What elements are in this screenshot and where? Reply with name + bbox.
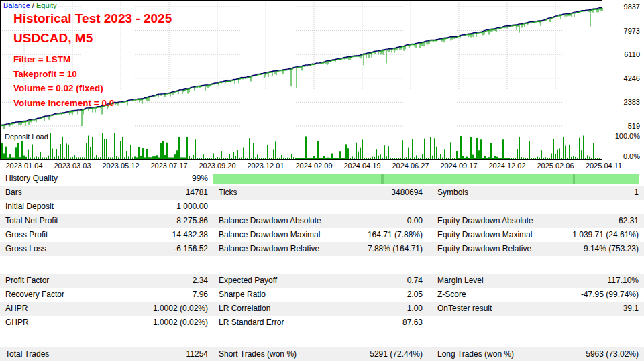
- deposit-load-min-label: 0.0%: [605, 152, 640, 160]
- x-axis-date-label: 2023.12.01: [247, 162, 284, 170]
- stat-value: 7.88% (164.71): [358, 242, 428, 256]
- stat-value: 87.63: [358, 316, 428, 330]
- stat-label: Gross Profit: [5, 228, 107, 242]
- stat-label: [213, 200, 358, 214]
- annotation-volume: Volume = 0.02 (fixed): [13, 81, 172, 96]
- stat-label: Long Trades (won %): [428, 347, 543, 361]
- table-row: Total Trades11254Short Trades (won %)529…: [0, 347, 644, 361]
- stat-label: Margin Level: [428, 274, 543, 288]
- table-spacer-row: [0, 256, 644, 274]
- stat-value: 14 432.38: [107, 228, 213, 242]
- stat-label: Recovery Factor: [5, 288, 107, 302]
- table-row: Gross Loss-6 156.52Balance Drawdown Rela…: [0, 242, 644, 256]
- stat-value: 2.05: [358, 288, 428, 302]
- table-row: Gross Profit14 432.38Balance Drawdown Ma…: [0, 228, 644, 242]
- stat-value: 0.74: [358, 274, 428, 288]
- stat-value: -6 156.52: [107, 242, 213, 256]
- x-axis-date-label: 2024.09.17: [440, 162, 477, 170]
- stat-value: 1: [543, 186, 644, 200]
- x-axis-date-label: 2023.01.04: [5, 162, 42, 170]
- stat-label: LR Standard Error: [213, 316, 358, 330]
- stat-label: Balance Drawdown Absolute: [213, 214, 358, 228]
- annotation-title: Historical Test 2023 - 2025: [13, 9, 172, 28]
- stat-value: [543, 316, 644, 330]
- annotation-filter: Filter = LSTM: [13, 52, 172, 67]
- stat-value: 99%: [107, 172, 213, 186]
- balance-equity-chart[interactable]: Balance / Equity Historical Test 2023 - …: [0, 0, 644, 172]
- x-axis-date-label: 2024.02.09: [295, 162, 332, 170]
- table-row: Recovery Factor7.96Sharpe Ratio2.05Z-Sco…: [0, 288, 644, 302]
- stat-label: Symbols: [428, 186, 543, 200]
- table-row: AHPR1.0002 (0.02%)LR Correlation1.00OnTe…: [0, 302, 644, 316]
- stat-value: 1 000.00: [107, 200, 213, 214]
- x-axis-date-label: 2023.05.12: [102, 162, 139, 170]
- deposit-load-label: Deposit Load: [3, 133, 50, 141]
- table-row: Profit Factor2.34Expected Payoff0.74Marg…: [0, 274, 644, 288]
- deposit-load-histogram: [1, 133, 600, 159]
- stat-label: Balance Drawdown Relative: [213, 242, 358, 256]
- stat-value: [358, 200, 428, 214]
- strategy-tester-report: Balance / Equity Historical Test 2023 - …: [0, 0, 644, 362]
- stat-label: Equity Drawdown Absolute: [428, 214, 543, 228]
- chart-annotations: Historical Test 2023 - 2025 USDCAD, M5 F…: [13, 9, 172, 110]
- stat-value: [543, 200, 644, 214]
- stats-table: History Quality99%Bars14781Ticks3480694S…: [0, 172, 644, 361]
- stat-value: 3480694: [358, 186, 428, 200]
- stat-value: 39.1: [543, 302, 644, 316]
- stat-label: [428, 200, 543, 214]
- x-axis-date-label: 2023.09.20: [199, 162, 235, 170]
- stat-label: Sharpe Ratio: [213, 288, 358, 302]
- stat-label: Profit Factor: [5, 274, 107, 288]
- x-axis-date-label: 2025.02.06: [537, 162, 574, 170]
- table-row: Initial Deposit1 000.00: [0, 200, 644, 214]
- stat-value: 9.14% (753.23): [543, 242, 644, 256]
- stat-label: Equity Drawdown Maximal: [428, 228, 543, 242]
- stat-value: 14781: [107, 186, 213, 200]
- stat-value: 62.31: [543, 214, 644, 228]
- stat-label: [428, 316, 543, 330]
- stat-label: LR Correlation: [213, 302, 358, 316]
- annotation-symbol: USDCAD, M5: [13, 28, 172, 48]
- stat-label: Equity Drawdown Relative: [428, 242, 543, 256]
- stat-value: 7.96: [107, 288, 213, 302]
- table-row: Bars14781Ticks3480694Symbols1: [0, 186, 644, 200]
- stat-value: 11254: [107, 347, 213, 361]
- stat-value: -47.95 (99.74%): [543, 288, 644, 302]
- stat-value: 1.0002 (0.02%): [107, 316, 213, 330]
- stat-value: 1.00: [358, 302, 428, 316]
- table-row: History Quality99%: [0, 172, 644, 186]
- stat-value: 8 275.86: [107, 214, 213, 228]
- stat-value: 1 039.71 (24.61%): [543, 228, 644, 242]
- deposit-load-max-label: 100.0%: [605, 132, 640, 140]
- stat-label: Bars: [5, 186, 107, 200]
- stat-label: Short Trades (won %): [213, 347, 358, 361]
- table-row: Total Net Profit8 275.86Balance Drawdown…: [0, 214, 644, 228]
- y-axis-label: 9837: [605, 3, 640, 11]
- stat-label: Total Net Profit: [5, 214, 107, 228]
- x-axis-date-label: 2024.12.02: [488, 162, 525, 170]
- annotation-takeprofit: Takeprofit = 10: [13, 67, 172, 82]
- stat-label: Expected Payoff: [213, 274, 358, 288]
- y-axis-label: 519: [605, 122, 640, 130]
- stat-label: Gross Loss: [5, 242, 107, 256]
- stat-value: 1.0002 (0.02%): [107, 302, 213, 316]
- table-row: GHPR1.0002 (0.02%)LR Standard Error87.63: [0, 316, 644, 330]
- stat-label: History Quality: [5, 172, 107, 186]
- stat-label: Ticks: [213, 186, 358, 200]
- table-spacer-row: [0, 330, 644, 347]
- x-axis-date-label: 2023.07.17: [150, 162, 187, 170]
- stat-label: Balance Drawdown Maximal: [213, 228, 358, 242]
- stat-label: GHPR: [5, 316, 107, 330]
- x-axis-date-label: 2024.06.27: [392, 162, 429, 170]
- x-axis-date-label: 2025.04.11: [586, 162, 622, 170]
- stat-value: 117.10%: [543, 274, 644, 288]
- stat-label: Z-Score: [428, 288, 543, 302]
- y-axis-label: 6110: [605, 50, 640, 58]
- stat-label: OnTester result: [428, 302, 543, 316]
- stat-value: 0.00: [358, 214, 428, 228]
- x-axis-date-label: 2024.04.19: [343, 162, 380, 170]
- x-axis-date-label: 2023.03.03: [54, 162, 91, 170]
- stat-value: 5291 (72.44%): [358, 347, 428, 361]
- stat-value: 164.71 (7.88%): [358, 228, 428, 242]
- history-quality-progress-bar: [213, 174, 639, 184]
